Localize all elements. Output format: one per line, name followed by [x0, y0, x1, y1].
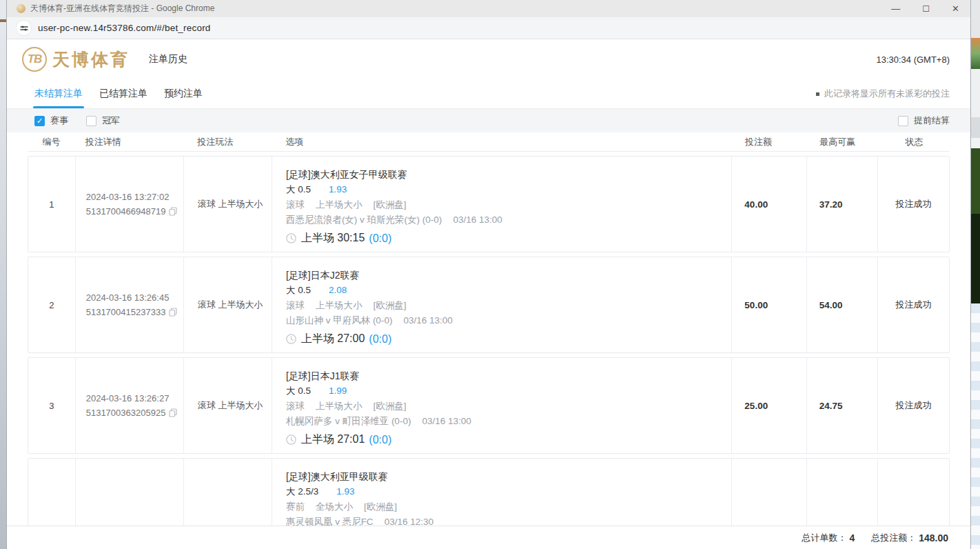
market-info: 滚球上半场大小[欧洲盘]	[286, 298, 731, 313]
brand-logo[interactable]: TB 天博体育	[22, 47, 130, 72]
tab-bar: 未结算注单 已结算注单 预约注单 此记录将显示所有未派彩的投注	[7, 79, 970, 109]
col-header-no: 编号	[28, 136, 75, 148]
window-title: 天博体育-亚洲在线体育竞猜投注 - Google Chrome	[30, 3, 891, 14]
live-score: (0:0)	[369, 333, 391, 346]
league-name: [足球]日本J2联赛	[286, 268, 731, 283]
checkbox-champion[interactable]	[86, 116, 96, 126]
selection: 大 0.5	[286, 184, 311, 194]
match-info: 西悉尼流浪者(女) v 珀斯光荣(女) (0-0)03/16 13:00	[286, 212, 731, 227]
minimize-button[interactable]: —	[891, 4, 900, 13]
odds-value: 1.93	[329, 184, 347, 194]
bet-id: 5131700363205925	[86, 406, 166, 420]
bet-no: 2	[28, 257, 76, 352]
tab-unsettled[interactable]: 未结算注单	[34, 79, 83, 108]
bet-option-cell: [足球]澳大利亚女子甲级联赛 大 0.51.93 滚球上半场大小[欧洲盘] 西悉…	[272, 157, 732, 252]
live-status: 上半场 27:00 (0:0)	[286, 332, 731, 346]
close-button[interactable]: ✕	[952, 4, 959, 13]
match-time: 03/16 13:00	[453, 214, 502, 225]
maximize-button[interactable]: ☐	[922, 5, 930, 13]
filter-early-settle[interactable]: 提前结算	[898, 114, 950, 127]
desktop-edge-left	[0, 0, 7, 549]
bet-option-cell: [足球]日本J1联赛 大 0.51.99 滚球上半场大小[欧洲盘] 札幌冈萨多 …	[272, 358, 732, 453]
bet-detail-cell: 2024-03-16 13:27:02 5131700466948719	[76, 157, 184, 252]
summary-footer: 总计单数： 4 总投注额： 148.00	[7, 526, 970, 549]
copy-icon[interactable]	[169, 408, 177, 417]
bet-play: 滚球 上半场大小	[184, 157, 272, 252]
bet-detail-cell	[76, 459, 184, 526]
live-period: 上半场 27:01	[301, 432, 365, 447]
bet-play	[184, 459, 272, 526]
brand-name: 天博体育	[52, 48, 130, 71]
match-time: 03/16 13:00	[422, 416, 471, 426]
bet-detail-cell: 2024-03-16 13:26:45 5131700415237333	[76, 257, 184, 352]
col-header-play: 投注玩法	[183, 136, 272, 148]
bet-no	[28, 459, 76, 526]
max-win-amount: 37.20	[807, 157, 878, 252]
col-header-stake: 投注额	[733, 136, 807, 148]
stake-amount: 50.00	[732, 257, 806, 352]
bet-status: 投注成功	[878, 257, 949, 352]
selection: 大 0.5	[286, 386, 311, 396]
bet-play: 滚球 上半场大小	[184, 358, 272, 453]
bet-status	[878, 459, 949, 526]
match-info: 惠灵顿凤凰 v 悉尼FC03/16 12:30	[286, 515, 731, 526]
clock-icon	[286, 334, 296, 344]
table-row: 2 2024-03-16 13:26:45 5131700415237333 滚…	[28, 257, 950, 353]
page-title: 注单历史	[149, 53, 187, 66]
bullet-icon	[816, 92, 819, 96]
live-status: 上半场 30:15 (0:0)	[286, 231, 731, 246]
bet-detail-cell: 2024-03-16 13:26:27 5131700363205925	[76, 358, 184, 453]
table-row: 1 2024-03-16 13:27:02 5131700466948719 滚…	[28, 156, 950, 252]
tab-settled[interactable]: 已结算注单	[99, 79, 147, 108]
app-header: TB 天博体育 注单历史 13:30:34 (GMT+8)	[7, 39, 970, 79]
bet-rows: 1 2024-03-16 13:27:02 5131700466948719 滚…	[28, 152, 950, 526]
max-win-amount: 54.00	[807, 257, 878, 352]
copy-icon[interactable]	[169, 207, 177, 216]
live-score: (0:0)	[369, 434, 391, 446]
match-time: 03/16 12:30	[385, 517, 433, 526]
stake-amount: 40.00	[732, 157, 806, 252]
copy-icon[interactable]	[169, 308, 177, 317]
checkbox-match[interactable]	[34, 116, 45, 126]
total-stake-label: 总投注额：	[871, 532, 916, 544]
bet-record-page: TB 天博体育 注单历史 13:30:34 (GMT+8) 未结算注单 已结算注…	[7, 39, 970, 549]
tab-reserved[interactable]: 预约注单	[164, 79, 203, 108]
desktop-edge-right	[970, 0, 980, 549]
bet-status: 投注成功	[878, 157, 949, 252]
max-win-amount: 24.75	[807, 358, 878, 453]
match-time: 03/16 13:00	[403, 315, 452, 326]
bet-option-cell: [足球]澳大利亚甲级联赛 大 2.5/31.93 赛前全场大小[欧洲盘] 惠灵顿…	[272, 459, 732, 526]
filter-match[interactable]: 赛事	[34, 114, 68, 127]
url-text[interactable]: user-pc-new.14r53786.com/#/bet_record	[38, 23, 211, 33]
browser-window: 天博体育-亚洲在线体育竞猜投注 - Google Chrome — ☐ ✕ us…	[7, 0, 970, 549]
browser-titlebar: 天博体育-亚洲在线体育竞猜投注 - Google Chrome — ☐ ✕	[7, 0, 970, 17]
live-period: 上半场 27:00	[301, 332, 365, 346]
total-count-value: 4	[849, 532, 855, 543]
table-header: 编号 投注详情 投注玩法 选项 投注额 最高可赢 状态	[28, 132, 950, 152]
bet-time: 2024-03-16 13:27:02	[86, 190, 183, 204]
filter-champion[interactable]: 冠军	[86, 114, 120, 127]
browser-urlbar[interactable]: user-pc-new.14r53786.com/#/bet_record	[7, 17, 970, 39]
odds-value: 2.08	[329, 285, 347, 295]
col-header-status: 状态	[879, 136, 950, 148]
match-info: 山形山神 v 甲府风林 (0-0)03/16 13:00	[286, 313, 731, 328]
league-name: [足球]澳大利亚女子甲级联赛	[286, 167, 731, 182]
market-info: 滚球上半场大小[欧洲盘]	[286, 399, 731, 414]
selection: 大 2.5/3	[286, 486, 318, 497]
checkbox-early-settle[interactable]	[898, 116, 908, 126]
table-row: 3 2024-03-16 13:26:27 5131700363205925 滚…	[28, 357, 950, 454]
live-status: 上半场 27:01 (0:0)	[286, 432, 731, 447]
market-info: 赛前全场大小[欧洲盘]	[286, 499, 731, 515]
bet-time: 2024-03-16 13:26:27	[86, 391, 183, 406]
stake-amount	[732, 459, 806, 526]
bet-time: 2024-03-16 13:26:45	[86, 290, 183, 305]
site-info-icon[interactable]	[17, 21, 31, 35]
col-header-maxwin: 最高可赢	[807, 136, 878, 148]
table-row: [足球]澳大利亚甲级联赛 大 2.5/31.93 赛前全场大小[欧洲盘] 惠灵顿…	[28, 458, 950, 526]
odds-value: 1.93	[336, 486, 354, 497]
unsettled-note: 此记录将显示所有未派彩的投注	[816, 79, 950, 108]
clock-icon	[286, 233, 296, 243]
bet-status: 投注成功	[878, 358, 949, 453]
league-name: [足球]澳大利亚甲级联赛	[286, 469, 731, 484]
live-score: (0:0)	[369, 232, 391, 245]
